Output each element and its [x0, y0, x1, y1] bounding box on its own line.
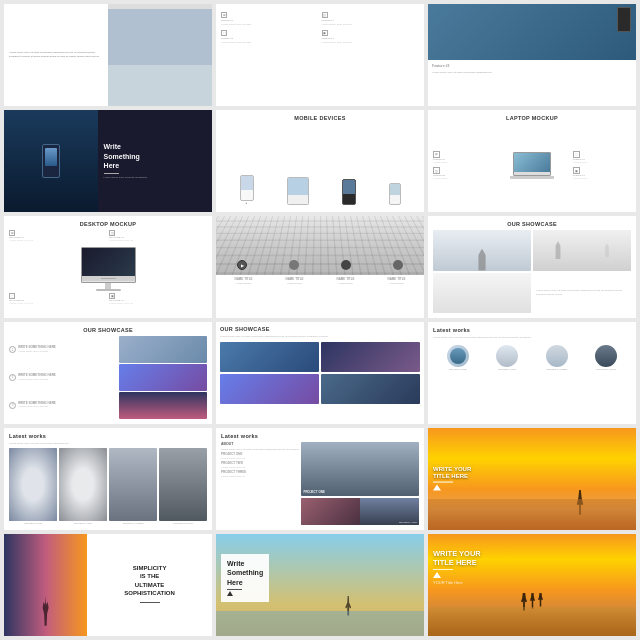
triangle-icon-2	[227, 591, 233, 596]
feature-1: ⊞ Feature #1 Lorem ipsum dolor sit amet	[221, 12, 319, 27]
slide-2: ⊞ Feature #1 Lorem ipsum dolor sit amet …	[216, 4, 424, 106]
desktop-feature-2: ◫ FEATURE #2 Lorem ipsum dolor sit	[109, 230, 207, 243]
slide-12: Latest works Lorem ipsum dolor sit amet …	[428, 322, 636, 424]
latest-works-title-12: Latest works	[433, 327, 631, 333]
showcase-item-2: 2 WRITE SOMETHING HERE Lorem ipsum dolor…	[9, 374, 117, 381]
desktop-feature-4: ▣ FEATURE #4 Lorem ipsum dolor sit	[109, 293, 207, 306]
slide-14: Latest works ABOUT Lorem ipsum dolor sit…	[216, 428, 424, 530]
name-title-1: NAME TITLE Lorem ipsum	[235, 278, 253, 285]
project-4: PROJECT FOUR	[595, 345, 617, 371]
project-entry-1: PROJECT ONE Lorem ipsum dolor sit	[221, 453, 299, 460]
triangle-icon	[433, 484, 441, 490]
feature-4-icon: ▣	[322, 30, 328, 36]
latest-works-title-14: Latest works	[221, 433, 419, 439]
name-title-3: NAME TITLE Lorem ipsum	[337, 278, 355, 285]
mobile-devices-title: MOBILE DEVICES	[221, 115, 419, 121]
write-your-title: WRITE YOURTITLE HERE	[433, 466, 471, 480]
name-title-4: NAME TITLE Lorem ipsum	[388, 278, 406, 285]
white-triangle-icon	[433, 572, 441, 578]
showcase-item-3: 3 WRITE SOMETHING HERE Lorem ipsum dolor…	[9, 402, 117, 409]
feature-1-icon: ⊞	[221, 12, 227, 18]
project-entry-3: PROJECT THREE Lorem ipsum dolor sit	[221, 471, 299, 478]
desktop-title: DESKTOP MOCKUP	[9, 221, 207, 227]
showcase-title-9: OUR SHOWCASE	[433, 221, 631, 227]
write-title: WriteSomethingHere	[104, 142, 206, 169]
name-title-2: NAME TITLE Lorem ipsum	[286, 278, 304, 285]
slide-15: WRITE YOURTITLE HERE	[428, 428, 636, 530]
laptop-title: LAPTOP MOCKUP	[433, 115, 631, 121]
write-your-title-big: WRITE YOURTITLE HERE	[433, 549, 481, 567]
your-title-sub: YOUR Title Here	[433, 580, 481, 585]
slide-10: OUR SHOWCASE 1 WRITE SOMETHING HERE Lore…	[4, 322, 212, 424]
project-entry-2: PROJECT TWO Lorem ipsum dolor sit	[221, 462, 299, 469]
slide-7: DESKTOP MOCKUP ⊞ FEATURE #1 Lorem ipsum …	[4, 216, 212, 318]
slide-grid: Lorem ipsum dolor sit amet consectetur a…	[0, 0, 640, 640]
slide-3: Feature #2 Lorem ipsum dolor sit amet co…	[428, 4, 636, 106]
feature-2-icon: ◫	[322, 12, 328, 18]
showcase-title-11: OUR SHOWCASE	[220, 326, 420, 332]
slide-simplicity: SIMPLICITYIS THEULTIMATESOPHISTICATION	[4, 534, 212, 636]
slide-8: ▶ NAME TITLE Lorem ipsum NAME TITLE Lore…	[216, 216, 424, 318]
feature-3-icon: ⬚	[221, 30, 227, 36]
slide-13: Latest works Lorem ipsum dolor sit amet …	[4, 428, 212, 530]
write-beach-title: WriteSomethingHere	[227, 559, 263, 586]
slide-4: WriteSomethingHere Lorem ipsum dolor sit…	[4, 110, 212, 212]
laptop-feature-4: ▣ Feature #4 Lorem ipsum	[573, 167, 631, 181]
feature-2: ◫ Feature #2 Lorem ipsum dolor sit amet	[322, 12, 420, 27]
slide-9: OUR SHOWCASE	[428, 216, 636, 318]
simplicity-title: SIMPLICITYIS THEULTIMATESOPHISTICATION	[95, 564, 204, 598]
showcase-item-1: 1 WRITE SOMETHING HERE Lorem ipsum dolor…	[9, 346, 117, 353]
feature-3: ⬚ Feature #3 Lorem ipsum dolor sit amet	[221, 30, 319, 45]
laptop-feature-3: ◫ Feature #3 Lorem ipsum	[433, 167, 491, 181]
slide-11: OUR SHOWCASE Lorem ipsum dolor sit amet …	[216, 322, 424, 424]
showcase-title-10: OUR SHOWCASE	[9, 327, 207, 333]
desktop-feature-3: ⬚ FEATURE #3 Lorem ipsum dolor sit	[9, 293, 107, 306]
project-2: PROJECT TWO	[496, 345, 518, 371]
feature-4: ▣ Feature #4 Lorem ipsum dolor sit amet	[322, 30, 420, 45]
latest-works-title-13: Latest works	[9, 433, 207, 439]
project-1: PROJECT ONE	[447, 345, 469, 371]
slide-5: MOBILE DEVICES ■	[216, 110, 424, 212]
slide-write-your-title: WRITE YOURTITLE HERE YOUR Title Here	[428, 534, 636, 636]
desktop-feature-1: ⊞ FEATURE #1 Lorem ipsum dolor sit	[9, 230, 107, 243]
slide-6: LAPTOP MOCKUP ⊞ Feature #1 Lorem ipsum ◫…	[428, 110, 636, 212]
slide-1: Lorem ipsum dolor sit amet consectetur a…	[4, 4, 212, 106]
slide-write-beach: WriteSomethingHere	[216, 534, 424, 636]
project-3: PROJECT THREE	[546, 345, 568, 371]
laptop-feature-1: ⊞ Feature #1 Lorem ipsum	[433, 151, 491, 165]
laptop-feature-2: ⬚ Feature #2 Lorem ipsum	[573, 151, 631, 165]
